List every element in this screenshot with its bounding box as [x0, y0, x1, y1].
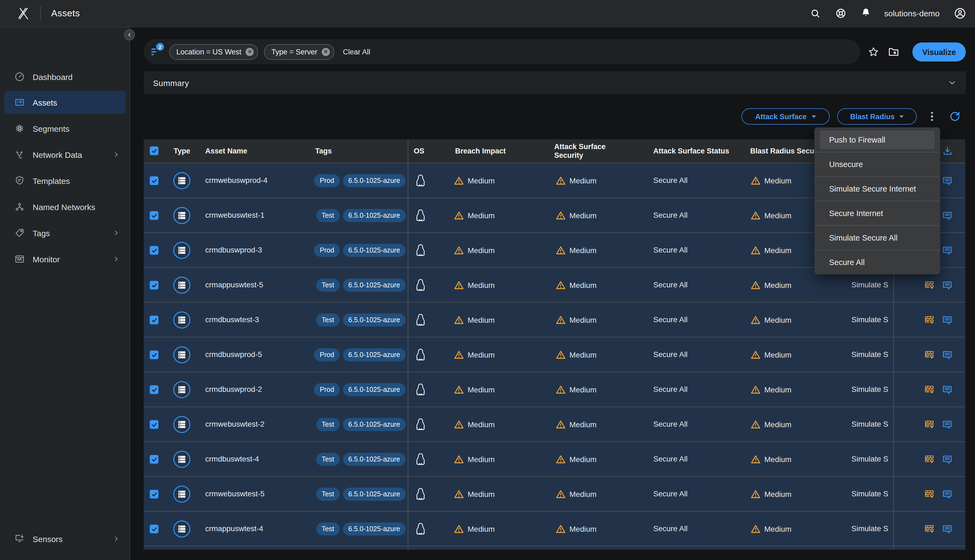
- asset-name[interactable]: crmdbuswprod-5: [205, 337, 262, 372]
- firewall-warning-icon[interactable]: [924, 489, 935, 500]
- row-checkbox[interactable]: [150, 246, 158, 255]
- asset-name[interactable]: crmwebuswprod-4: [205, 163, 268, 198]
- asset-name[interactable]: crmwebuswtest-1: [205, 198, 265, 232]
- row-checkbox[interactable]: [150, 281, 158, 290]
- asset-name[interactable]: crmwebuswtest-5: [205, 477, 265, 511]
- row-checkbox[interactable]: [150, 211, 158, 220]
- sidebar-item-sensors[interactable]: Sensors: [4, 527, 126, 550]
- help-icon[interactable]: [835, 8, 847, 19]
- row-checkbox[interactable]: [150, 420, 158, 429]
- asset-name[interactable]: crmdbuswprod-3: [205, 233, 262, 267]
- version-tag-badge[interactable]: 6.5.0-1025-azure: [343, 418, 405, 431]
- refresh-icon[interactable]: [949, 110, 961, 122]
- version-tag-badge[interactable]: 6.5.0-1025-azure: [343, 453, 405, 466]
- row-checkbox[interactable]: [150, 525, 158, 533]
- menu-item-push-to-firewall[interactable]: Push to Firewall: [814, 127, 940, 152]
- env-tag-badge[interactable]: Test: [316, 209, 340, 222]
- sidebar-item-named-networks[interactable]: Named Networks: [4, 195, 126, 218]
- firewall-warning-icon[interactable]: [924, 420, 935, 430]
- col-type[interactable]: Type: [174, 139, 190, 163]
- comment-icon[interactable]: [942, 350, 952, 360]
- notifications-bell-icon[interactable]: [861, 8, 871, 19]
- col-attack-surface-security[interactable]: Attack Surface Security: [554, 143, 615, 160]
- version-tag-badge[interactable]: 6.5.0-1025-azure: [343, 278, 405, 292]
- menu-item-simulate-secure-internet[interactable]: Simulate Secure Internet: [814, 176, 940, 201]
- version-tag-badge[interactable]: 6.5.0-1025-azure: [343, 383, 405, 396]
- comment-icon[interactable]: [942, 490, 952, 499]
- firewall-warning-icon[interactable]: [924, 385, 935, 395]
- env-tag-badge[interactable]: Prod: [314, 348, 340, 361]
- menu-item-secure-internet[interactable]: Secure Internet: [814, 201, 940, 225]
- comment-icon[interactable]: [942, 385, 952, 395]
- sidebar-item-dashboard[interactable]: Dashboard: [4, 65, 126, 88]
- env-tag-badge[interactable]: Test: [316, 522, 340, 535]
- sidebar-item-tags[interactable]: Tags: [4, 222, 126, 244]
- remove-filter-icon[interactable]: ✕: [322, 48, 330, 56]
- menu-item-simulate-secure-all[interactable]: Simulate Secure All: [814, 225, 940, 250]
- row-checkbox[interactable]: [150, 385, 158, 394]
- saved-filters-folder-icon[interactable]: [888, 46, 899, 58]
- remove-filter-icon[interactable]: ✕: [246, 48, 254, 56]
- env-tag-badge[interactable]: Test: [316, 487, 340, 500]
- asset-name[interactable]: crmappuswtest-5: [205, 268, 263, 302]
- clear-all-filters-button[interactable]: Clear All: [343, 48, 370, 56]
- row-checkbox[interactable]: [150, 316, 158, 324]
- env-tag-badge[interactable]: Test: [316, 418, 340, 431]
- row-checkbox[interactable]: [150, 350, 158, 359]
- table-row[interactable]: crmappuswtest-4 Test 6.5.0-1025-azure Me…: [144, 511, 965, 546]
- col-attack-surface-status[interactable]: Attack Surface Status: [653, 139, 729, 163]
- summary-panel-header[interactable]: Summary: [144, 71, 966, 94]
- row-checkbox[interactable]: [150, 490, 158, 498]
- account-name[interactable]: solutions-demo: [884, 9, 940, 18]
- row-checkbox[interactable]: [150, 455, 158, 464]
- comment-icon[interactable]: [942, 420, 952, 429]
- sidebar-item-monitor[interactable]: Monitor: [4, 248, 126, 270]
- firewall-warning-icon[interactable]: [924, 280, 935, 291]
- firewall-warning-icon[interactable]: [924, 524, 935, 534]
- table-row[interactable]: crmwebuswtest-5 Test 6.5.0-1025-azure Me…: [144, 476, 965, 511]
- firewall-warning-icon[interactable]: [924, 315, 935, 325]
- filter-funnel-icon[interactable]: 2: [151, 47, 163, 57]
- col-os[interactable]: OS: [414, 139, 424, 163]
- env-tag-badge[interactable]: Test: [316, 278, 340, 292]
- comment-icon[interactable]: [942, 281, 952, 290]
- comment-icon[interactable]: [942, 246, 952, 255]
- sidebar-item-segments[interactable]: Segments: [4, 117, 126, 140]
- env-tag-badge[interactable]: Test: [316, 453, 340, 466]
- version-tag-badge[interactable]: 6.5.0-1025-azure: [343, 243, 405, 257]
- table-row[interactable]: crmdbuswprod-2 Prod 6.5.0-1025-azure Med…: [144, 372, 965, 407]
- table-row[interactable]: crmdbuswtest-3 Test 6.5.0-1025-azure Med…: [144, 302, 965, 337]
- favorite-star-icon[interactable]: [868, 46, 879, 58]
- comment-icon[interactable]: [942, 211, 952, 220]
- attack-surface-dropdown-button[interactable]: Attack Surface: [742, 108, 830, 125]
- version-tag-badge[interactable]: 6.5.0-1025-azure: [343, 313, 405, 326]
- asset-name[interactable]: crmappuswtest-4: [205, 512, 263, 546]
- version-tag-badge[interactable]: 6.5.0-1025-azure: [343, 209, 405, 222]
- env-tag-badge[interactable]: Prod: [314, 174, 340, 187]
- asset-name[interactable]: crmdbuswtest-3: [205, 303, 259, 337]
- blast-radius-dropdown-button[interactable]: Blast Radius: [837, 108, 917, 125]
- table-row[interactable]: crmdbuswtest-4 Test 6.5.0-1025-azure Med…: [144, 442, 965, 476]
- table-row[interactable]: crmwebuswtest-2 Test 6.5.0-1025-azure Me…: [144, 407, 965, 442]
- col-asset-name[interactable]: Asset Name: [205, 139, 247, 163]
- version-tag-badge[interactable]: 6.5.0-1025-azure: [343, 174, 405, 187]
- download-icon[interactable]: [942, 146, 953, 156]
- firewall-warning-icon[interactable]: [924, 454, 935, 465]
- col-breach-impact[interactable]: Breach Impact: [455, 139, 506, 163]
- select-all-checkbox[interactable]: [150, 147, 158, 155]
- env-tag-badge[interactable]: Test: [316, 313, 340, 326]
- sidebar-item-network-data[interactable]: Network Data: [4, 143, 126, 166]
- asset-name[interactable]: crmdbuswprod-2: [205, 372, 262, 407]
- asset-name[interactable]: crmwebuswtest-2: [205, 407, 265, 442]
- more-actions-kebab-button[interactable]: [927, 109, 937, 123]
- sidebar-item-templates[interactable]: Templates: [4, 169, 126, 192]
- comment-icon[interactable]: [942, 316, 952, 325]
- comment-icon[interactable]: [942, 176, 952, 186]
- sidebar-collapse-button[interactable]: [124, 29, 135, 40]
- sidebar-item-assets[interactable]: Assets: [4, 91, 126, 114]
- version-tag-badge[interactable]: 6.5.0-1025-azure: [343, 348, 405, 361]
- visualize-button[interactable]: Visualize: [912, 42, 966, 62]
- search-icon[interactable]: [810, 8, 821, 19]
- row-checkbox[interactable]: [150, 176, 158, 185]
- chevron-down-icon[interactable]: [948, 78, 957, 87]
